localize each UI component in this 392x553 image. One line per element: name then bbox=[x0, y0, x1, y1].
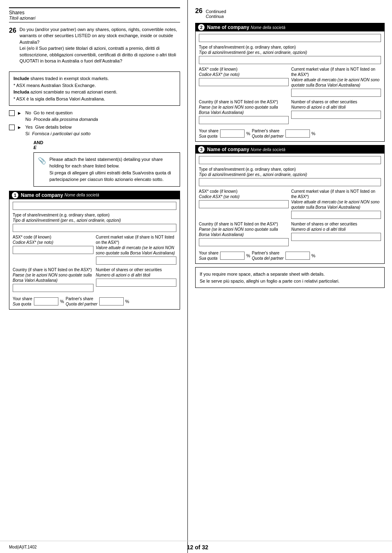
form3-number-input[interactable] bbox=[291, 233, 381, 241]
right-column: 26 Continued Continua 2 Name of company … bbox=[188, 0, 392, 553]
no-goto-en: Go to next question bbox=[33, 110, 72, 115]
yes-give-it: Fornisca i particolari qui sotto bbox=[32, 131, 91, 136]
question-text: Do you (and/or your partner) own any sha… bbox=[20, 27, 180, 64]
yes-label-en: Yes Give details below bbox=[25, 124, 180, 130]
form-section-1: 1 Name of company Nome della società Typ… bbox=[9, 191, 180, 310]
no-label-en: No Go to next question bbox=[25, 110, 180, 116]
form3-asx-row: ASX* code (if known) Codice ASX* (se not… bbox=[199, 189, 381, 221]
form2-type-label: Type of share/investment (e.g. ordinary … bbox=[199, 45, 381, 55]
section-title-en: Shares bbox=[9, 10, 180, 16]
form1-partner-share-input[interactable] bbox=[99, 297, 124, 305]
form1-name-label-en: Name of company bbox=[21, 192, 63, 198]
form1-market-col: Current market value (if share is NOT li… bbox=[96, 234, 177, 267]
form1-your-share-input[interactable] bbox=[34, 297, 58, 305]
form2-your-share-it: Sua quota bbox=[199, 134, 218, 138]
form1-country-label: Country (if share is NOT listed on the A… bbox=[13, 267, 94, 283]
form2-country-en: Country (if share is NOT listed on the A… bbox=[199, 100, 278, 104]
form3-asx-input[interactable] bbox=[199, 200, 289, 208]
form1-asx-row: ASX* code (if known) Codice ASX* (se not… bbox=[13, 234, 176, 267]
form1-asx-input[interactable] bbox=[13, 246, 94, 254]
form3-partner-label: Partner's share Quota del partner bbox=[252, 250, 284, 261]
yes-checkbox[interactable] bbox=[9, 125, 15, 130]
form3-partner-share-input[interactable] bbox=[285, 252, 310, 260]
yes-row: Yes Give details below Sí Fornisca i par… bbox=[9, 124, 180, 137]
yes-give-en: Give details below bbox=[35, 125, 71, 129]
form3-market-input[interactable] bbox=[291, 211, 381, 219]
no-goto-it: Proceda alla prossima domanda bbox=[33, 117, 98, 122]
form1-number-label: Number of shares or other securities Num… bbox=[96, 267, 177, 278]
form1-asx-label: ASX* code (if known) Codice ASX* (se not… bbox=[13, 234, 94, 245]
form2-asx-row: ASX* code (if known) Codice ASX* (se not… bbox=[199, 67, 381, 99]
question-26-block: 26 Do you (and/or your partner) own any … bbox=[9, 27, 180, 68]
form-section-3-header: 3 Name of company Nome della società bbox=[196, 145, 384, 154]
form3-percent1: % bbox=[246, 253, 250, 258]
form2-partner-en: Partner's share bbox=[252, 129, 280, 133]
form1-share-row: Your share Sua quota % Partner's share Q… bbox=[13, 296, 176, 307]
form1-number-input[interactable] bbox=[96, 279, 177, 287]
form1-partner-share: Partner's share Quota del partner % bbox=[66, 296, 129, 307]
extra-info-it: Se le serve più spazio, alleghi un fogli… bbox=[200, 278, 380, 285]
section-header: Shares Titoli azionari bbox=[9, 7, 180, 22]
info-line3-rest: azioni scambiate su mercati azionari ese… bbox=[29, 89, 118, 94]
form1-market-label: Current market value (if share is NOT li… bbox=[96, 234, 177, 256]
form2-your-share-input[interactable] bbox=[220, 129, 245, 138]
form1-country-en: Country (if share is NOT listed on the A… bbox=[13, 268, 92, 272]
form1-asx-col: ASX* code (if known) Codice ASX* (se not… bbox=[13, 234, 94, 267]
no-label-it: No Proceda alla prossima domanda bbox=[25, 116, 180, 123]
form3-your-share-it: Sua quota bbox=[199, 256, 218, 261]
form2-market-it: Valore attuale di mercato (se le azioni … bbox=[291, 78, 379, 87]
form1-percent1: % bbox=[60, 299, 64, 304]
form3-your-share-en: Your share bbox=[199, 251, 218, 255]
form3-company-name-input[interactable] bbox=[199, 156, 381, 164]
form2-share-row: Your share Sua quota % Partner's share Q… bbox=[199, 128, 381, 139]
form-section-2: 2 Name of company Nome della società Typ… bbox=[195, 23, 385, 142]
form2-number-en: Number of shares or other securities bbox=[291, 100, 357, 104]
form2-market-en: Current market value (if share is NOT li… bbox=[291, 67, 375, 77]
form2-type-input[interactable] bbox=[199, 56, 381, 64]
question-text-en: Do you (and/or your partner) own any sha… bbox=[20, 27, 177, 45]
form3-number-col: Number of shares or other securities Num… bbox=[291, 221, 381, 249]
form3-country-en: Country (if share is NOT listed on the A… bbox=[199, 222, 278, 226]
form1-market-en: Current market value (if share is NOT li… bbox=[96, 235, 174, 245]
no-checkbox[interactable] bbox=[9, 110, 15, 116]
info-box: Include shares traded in exempt stock ma… bbox=[9, 71, 180, 106]
form2-number-input[interactable] bbox=[291, 111, 381, 119]
form1-number: 1 bbox=[12, 192, 18, 198]
form-section-2-header: 2 Name of company Nome della società bbox=[196, 23, 384, 31]
form3-country-input[interactable] bbox=[199, 238, 289, 246]
no-label: No Go to next question No Proceda alla p… bbox=[25, 110, 180, 123]
extra-info-en: If you require more space, attach a sepa… bbox=[200, 271, 380, 278]
form3-type-label: Type of share/investment (e.g. ordinary … bbox=[199, 167, 381, 177]
form1-company-name-input[interactable] bbox=[13, 202, 176, 210]
form1-market-input[interactable] bbox=[96, 256, 177, 265]
form1-number-col: Number of shares or other securities Num… bbox=[96, 267, 177, 294]
form1-type-input[interactable] bbox=[13, 224, 176, 232]
form2-percent1: % bbox=[246, 131, 250, 136]
no-arrow-icon bbox=[17, 110, 23, 116]
form2-market-input[interactable] bbox=[291, 89, 381, 97]
form2-asx-input[interactable] bbox=[199, 78, 289, 86]
form2-partner-it: Quota del partner bbox=[252, 134, 284, 138]
form3-name-label-en: Name of company bbox=[207, 147, 249, 152]
info-line3-bold: Includa bbox=[13, 89, 29, 94]
form2-number-col: Number of shares or other securities Num… bbox=[291, 99, 381, 127]
form1-market-it: Valore attuale di mercato (se le azioni … bbox=[96, 245, 175, 255]
form3-type-input[interactable] bbox=[199, 178, 381, 186]
form3-name-label-it: Nome della società bbox=[251, 147, 285, 152]
form3-asx-en: ASX* code (if known) bbox=[199, 189, 238, 194]
form1-country-it: Paese (se le azioni NON sono quotate sul… bbox=[13, 273, 91, 283]
form2-your-share-label: Your share Sua quota bbox=[199, 128, 218, 139]
form2-company-name-input[interactable] bbox=[199, 34, 381, 42]
form1-country-input[interactable] bbox=[13, 284, 94, 292]
form1-number-en: Number of shares or other securities bbox=[96, 268, 162, 272]
right-question-number: 26 bbox=[195, 7, 203, 15]
left-column: Shares Titoli azionari 26 Do you (and/or… bbox=[0, 0, 188, 553]
form3-body: Type of share/investment (e.g. ordinary … bbox=[196, 154, 384, 263]
form2-partner-label: Partner's share Quota del partner bbox=[252, 128, 284, 139]
form3-your-share-input[interactable] bbox=[220, 252, 245, 260]
form3-market-en: Current market value (if share is NOT li… bbox=[291, 189, 375, 199]
form2-your-share-en: Your share bbox=[199, 129, 218, 133]
form1-percent2: % bbox=[125, 299, 129, 304]
form2-partner-share-input[interactable] bbox=[285, 129, 310, 138]
form2-country-input[interactable] bbox=[199, 116, 289, 124]
